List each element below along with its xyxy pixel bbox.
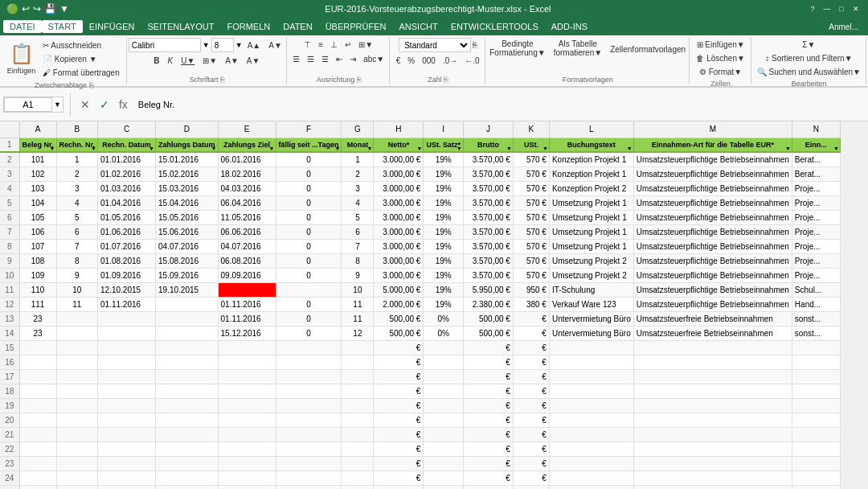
data-cell[interactable]: 380 € bbox=[513, 297, 549, 311]
data-cell[interactable] bbox=[424, 369, 464, 384]
data-cell[interactable]: € bbox=[513, 456, 549, 471]
data-cell[interactable]: 19% bbox=[424, 282, 464, 297]
data-cell[interactable] bbox=[56, 326, 98, 340]
data-cell[interactable]: 0 bbox=[276, 166, 342, 181]
copy-button[interactable]: 📄 Kopieren ▼ bbox=[39, 52, 123, 65]
data-cell[interactable]: Proje... bbox=[792, 268, 840, 282]
data-cell[interactable]: 19% bbox=[424, 195, 464, 210]
decimal-increase-button[interactable]: .0→ bbox=[440, 54, 461, 67]
data-cell[interactable]: 15.06.2016 bbox=[156, 224, 219, 239]
data-cell[interactable]: Konzeption Projekt 1 bbox=[549, 152, 633, 166]
data-cell[interactable]: 6 bbox=[342, 224, 374, 239]
decrease-indent-button[interactable]: ⇤ bbox=[333, 52, 346, 65]
data-cell[interactable]: 500,00 € bbox=[374, 326, 424, 340]
col-header-k[interactable]: K bbox=[513, 121, 549, 138]
data-cell[interactable]: Konzeption Projekt 2 bbox=[549, 181, 633, 195]
data-cell[interactable]: 570 € bbox=[513, 268, 549, 282]
data-cell[interactable]: € bbox=[374, 355, 424, 369]
data-cell[interactable]: 0 bbox=[276, 297, 342, 311]
data-cell[interactable]: 101 bbox=[19, 152, 56, 166]
menu-start[interactable]: START bbox=[42, 20, 83, 33]
data-cell[interactable] bbox=[276, 282, 342, 297]
data-cell[interactable] bbox=[56, 398, 98, 413]
data-cell[interactable]: 3.000,00 € bbox=[374, 239, 424, 253]
data-cell[interactable]: € bbox=[463, 427, 513, 442]
data-cell[interactable]: 3.000,00 € bbox=[374, 224, 424, 239]
data-cell[interactable] bbox=[156, 311, 219, 326]
data-cell[interactable]: € bbox=[513, 369, 549, 384]
data-cell[interactable]: 7 bbox=[342, 239, 374, 253]
data-cell[interactable] bbox=[549, 369, 633, 384]
data-cell[interactable]: 01.11.2016 bbox=[98, 297, 156, 311]
data-cell[interactable]: 19% bbox=[424, 210, 464, 224]
data-cell[interactable] bbox=[549, 456, 633, 471]
data-cell[interactable] bbox=[56, 471, 98, 485]
data-cell[interactable] bbox=[549, 340, 633, 355]
data-cell[interactable]: 3.000,00 € bbox=[374, 195, 424, 210]
data-cell[interactable] bbox=[218, 282, 276, 297]
data-cell[interactable]: 06.01.2016 bbox=[218, 152, 276, 166]
data-cell[interactable]: Proje... bbox=[792, 195, 840, 210]
data-cell[interactable] bbox=[633, 340, 792, 355]
number-format-expand-icon[interactable]: ⎘ bbox=[473, 41, 477, 49]
data-cell[interactable]: € bbox=[374, 442, 424, 456]
data-cell[interactable]: 09.09.2016 bbox=[218, 268, 276, 282]
data-cell[interactable]: 570 € bbox=[513, 181, 549, 195]
data-cell[interactable]: 01.06.2016 bbox=[98, 224, 156, 239]
data-cell[interactable]: 23 bbox=[19, 311, 56, 326]
data-cell[interactable]: 0 bbox=[276, 152, 342, 166]
save-icon[interactable]: 💾 bbox=[44, 3, 56, 14]
align-right-button[interactable]: ☰ bbox=[318, 52, 332, 65]
data-cell[interactable]: 3.000,00 € bbox=[374, 268, 424, 282]
data-cell[interactable]: 0 bbox=[276, 268, 342, 282]
align-left-button[interactable]: ☰ bbox=[289, 52, 303, 65]
format-as-table-button[interactable]: Als Tabelle formatieren▼ bbox=[551, 38, 605, 60]
data-cell[interactable] bbox=[19, 384, 56, 398]
autosum-button[interactable]: Σ▼ bbox=[799, 38, 818, 51]
data-cell[interactable] bbox=[19, 398, 56, 413]
col-header-h[interactable]: H bbox=[374, 121, 424, 138]
data-cell[interactable]: 3.570,00 € bbox=[463, 253, 513, 268]
data-cell[interactable]: € bbox=[374, 413, 424, 427]
data-cell[interactable]: Umsetzung Projekt 1 bbox=[549, 224, 633, 239]
data-cell[interactable] bbox=[156, 369, 219, 384]
data-cell[interactable] bbox=[276, 355, 342, 369]
data-cell[interactable] bbox=[276, 456, 342, 471]
data-cell[interactable] bbox=[98, 413, 156, 427]
header-cell-e[interactable]: Zahlungs Ziel ▼ bbox=[218, 138, 276, 152]
data-cell[interactable] bbox=[156, 471, 219, 485]
data-cell[interactable]: 12 bbox=[342, 326, 374, 340]
data-cell[interactable]: 11.05.2016 bbox=[218, 210, 276, 224]
data-cell[interactable] bbox=[19, 485, 56, 489]
data-cell[interactable] bbox=[56, 442, 98, 456]
format-painter-button[interactable]: 🖌 Format übertragen bbox=[39, 66, 123, 79]
data-cell[interactable] bbox=[549, 413, 633, 427]
data-cell[interactable]: 6 bbox=[56, 224, 98, 239]
data-cell[interactable] bbox=[98, 398, 156, 413]
sort-filter-button[interactable]: ↕ Sortieren und Filtern▼ bbox=[762, 51, 855, 64]
bold-button[interactable]: B bbox=[150, 54, 162, 67]
data-cell[interactable] bbox=[156, 456, 219, 471]
data-cell[interactable] bbox=[19, 456, 56, 471]
data-cell[interactable]: € bbox=[374, 369, 424, 384]
data-cell[interactable]: Konzeption Projekt 1 bbox=[549, 166, 633, 181]
data-cell[interactable]: 01.01.2016 bbox=[98, 152, 156, 166]
data-cell[interactable]: Umsatzsteuerpflichtige Betriebseinnahmen bbox=[633, 166, 792, 181]
data-cell[interactable]: 15.12.2016 bbox=[218, 326, 276, 340]
data-cell[interactable]: Umsatzsteuerpflichtige Betriebseinnahmen bbox=[633, 297, 792, 311]
col-header-a[interactable]: A bbox=[19, 121, 56, 138]
data-cell[interactable] bbox=[98, 326, 156, 340]
data-cell[interactable]: € bbox=[374, 485, 424, 489]
data-cell[interactable]: 110 bbox=[19, 282, 56, 297]
data-cell[interactable]: € bbox=[463, 456, 513, 471]
merge-button[interactable]: ⊞▼ bbox=[355, 38, 376, 51]
data-cell[interactable] bbox=[276, 485, 342, 489]
data-cell[interactable]: Berat... bbox=[792, 166, 840, 181]
col-header-i[interactable]: I bbox=[424, 121, 464, 138]
data-cell[interactable] bbox=[218, 355, 276, 369]
find-select-button[interactable]: 🔍 Suchen und Auswählen▼ bbox=[754, 65, 864, 78]
data-cell[interactable] bbox=[218, 340, 276, 355]
insert-cells-button[interactable]: ⊞ Einfügen▼ bbox=[694, 38, 748, 51]
data-cell[interactable]: Proje... bbox=[792, 210, 840, 224]
data-cell[interactable]: € bbox=[463, 471, 513, 485]
